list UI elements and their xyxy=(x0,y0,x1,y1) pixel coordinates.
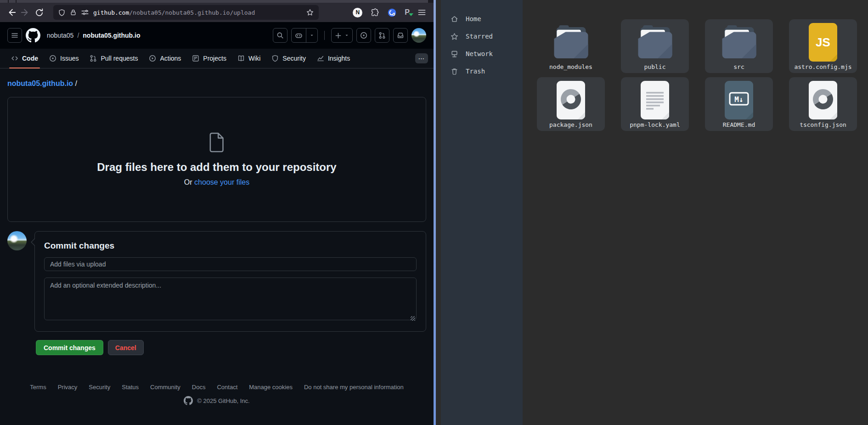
github-footer-logo xyxy=(184,396,193,405)
chevron-down-icon xyxy=(310,33,314,38)
inbox-button[interactable] xyxy=(393,28,408,43)
commit-heading: Commit changes xyxy=(44,241,417,251)
dropzone-title: Drag files here to add them to your repo… xyxy=(97,161,336,174)
network-icon xyxy=(451,50,458,58)
tab-security[interactable]: Security xyxy=(267,49,310,68)
extensions-puzzle-icon[interactable] xyxy=(370,8,379,17)
issues-header-button[interactable] xyxy=(356,28,371,43)
file-tile-tsconfig[interactable]: tsconfig.json xyxy=(789,77,857,131)
file-tile-node-modules[interactable]: node_modules xyxy=(537,19,605,73)
commit-description-textarea[interactable] xyxy=(44,278,417,320)
tab-insights[interactable]: Insights xyxy=(312,49,355,68)
forward-arrow-icon xyxy=(20,7,30,17)
trash-icon xyxy=(451,68,458,75)
copilot-dropdown[interactable] xyxy=(306,28,317,42)
tab-code[interactable]: Code xyxy=(6,49,43,68)
folder-icon xyxy=(549,25,593,59)
commit-section: Commit changes xyxy=(7,231,426,332)
star-icon xyxy=(451,33,458,40)
extension-n-icon[interactable]: N xyxy=(353,8,362,17)
sidebar-item-home[interactable]: Home xyxy=(441,10,523,28)
footer-link-manage-cookies[interactable]: Manage cookies xyxy=(249,384,293,391)
back-button[interactable] xyxy=(5,6,18,19)
nav-overflow-button[interactable]: ⋯ xyxy=(415,53,428,63)
footer-link-terms[interactable]: Terms xyxy=(30,384,46,391)
graph-icon xyxy=(317,55,324,62)
copilot-button[interactable] xyxy=(291,28,318,43)
url-bar[interactable]: github.com/nobuta05/nobuta05.github.io/u… xyxy=(53,5,319,20)
search-button[interactable] xyxy=(273,28,287,43)
json-file-icon xyxy=(557,81,585,119)
copilot-icon[interactable] xyxy=(292,28,306,42)
file-tile-astro-config[interactable]: JS astro.config.mjs xyxy=(789,19,857,73)
password-extension-icon[interactable]: P xyxy=(405,8,410,17)
owner-link[interactable]: nobuta05 xyxy=(47,32,73,39)
tab-actions[interactable]: Actions xyxy=(144,49,186,68)
file-tile-public[interactable]: public xyxy=(621,19,689,73)
breadcrumb-separator: / xyxy=(77,32,79,39)
file-tile-pnpm-lock[interactable]: pnpm-lock.yaml xyxy=(621,77,689,131)
inbox-icon xyxy=(397,32,404,39)
reload-button[interactable] xyxy=(32,6,46,19)
json-file-icon xyxy=(809,81,837,119)
file-dropzone[interactable]: Drag files here to add them to your repo… xyxy=(7,97,426,222)
hamburger-icon xyxy=(11,32,18,39)
footer-link-contact[interactable]: Contact xyxy=(217,384,237,391)
sidebar-item-network[interactable]: Network xyxy=(441,45,523,62)
footer-link-status[interactable]: Status xyxy=(122,384,139,391)
repo-root-link[interactable]: nobuta05.github.io xyxy=(7,79,73,87)
github-header: nobuta05 / nobuta05.github.io xyxy=(0,22,434,49)
window-edge-accent xyxy=(434,0,436,425)
book-icon xyxy=(237,55,245,62)
repo-nav-tabs: Code Issues Pull requests Actions Projec… xyxy=(0,49,434,68)
privacy-extension-icon[interactable] xyxy=(387,8,397,17)
repo-link[interactable]: nobuta05.github.io xyxy=(83,32,140,39)
url-text[interactable]: github.com/nobuta05/nobuta05.github.io/u… xyxy=(93,9,302,16)
file-tile-readme[interactable]: M↓ README.md xyxy=(705,77,773,131)
footer-link-community[interactable]: Community xyxy=(150,384,180,391)
user-avatar[interactable] xyxy=(411,28,426,43)
footer-link-docs[interactable]: Docs xyxy=(192,384,206,391)
sidebar-item-trash[interactable]: Trash xyxy=(441,62,523,80)
browser-window: github.com/nobuta05/nobuta05.github.io/u… xyxy=(0,0,434,425)
extension-area: N P xyxy=(353,8,429,17)
permissions-icon[interactable] xyxy=(81,9,89,16)
create-new-button[interactable] xyxy=(331,28,353,43)
dropzone-subtitle: Or choose your files xyxy=(184,178,249,187)
upload-breadcrumb: nobuta05.github.io / xyxy=(7,79,426,88)
svg-text:JS: JS xyxy=(816,35,830,49)
menu-hamburger-icon[interactable] xyxy=(417,9,426,16)
tracking-shield-icon[interactable] xyxy=(58,9,66,17)
github-logo[interactable] xyxy=(26,28,40,43)
tab-issues[interactable]: Issues xyxy=(45,49,83,68)
breadcrumb-trailing-slash: / xyxy=(75,79,77,87)
lock-icon[interactable] xyxy=(70,9,77,16)
bookmark-star-icon[interactable] xyxy=(306,8,314,17)
repo-breadcrumb: nobuta05 / nobuta05.github.io xyxy=(47,32,141,39)
commit-avatar xyxy=(7,231,27,250)
file-tile-package-json[interactable]: package.json xyxy=(537,77,605,131)
file-tile-src[interactable]: src xyxy=(705,19,773,73)
git-pull-request-icon xyxy=(90,55,97,62)
footer-link-privacy[interactable]: Privacy xyxy=(58,384,78,391)
file-outline-icon xyxy=(209,132,225,153)
project-table-icon xyxy=(192,55,199,62)
footer-link-do-not-share[interactable]: Do not share my personal information xyxy=(304,384,404,391)
cancel-button[interactable]: Cancel xyxy=(108,340,144,355)
tab-projects[interactable]: Projects xyxy=(187,49,231,68)
commit-message-input[interactable] xyxy=(44,257,417,271)
tab-pull-requests[interactable]: Pull requests xyxy=(85,49,142,68)
javascript-file-icon: JS xyxy=(809,23,837,62)
markdown-file-icon: M↓ xyxy=(725,81,753,119)
plus-icon xyxy=(335,32,342,39)
choose-your-files-link[interactable]: choose your files xyxy=(194,178,249,186)
sidebar-item-starred[interactable]: Starred xyxy=(441,28,523,45)
tab-wiki[interactable]: Wiki xyxy=(233,49,265,68)
pull-requests-header-button[interactable] xyxy=(375,28,389,43)
forward-button[interactable] xyxy=(18,6,32,19)
commit-changes-button[interactable]: Commit changes xyxy=(36,340,103,355)
github-sidebar-menu-button[interactable] xyxy=(7,28,22,43)
footer-link-security[interactable]: Security xyxy=(89,384,110,391)
file-grid: node_modules public src xyxy=(537,19,857,131)
chevron-down-icon xyxy=(344,33,349,38)
